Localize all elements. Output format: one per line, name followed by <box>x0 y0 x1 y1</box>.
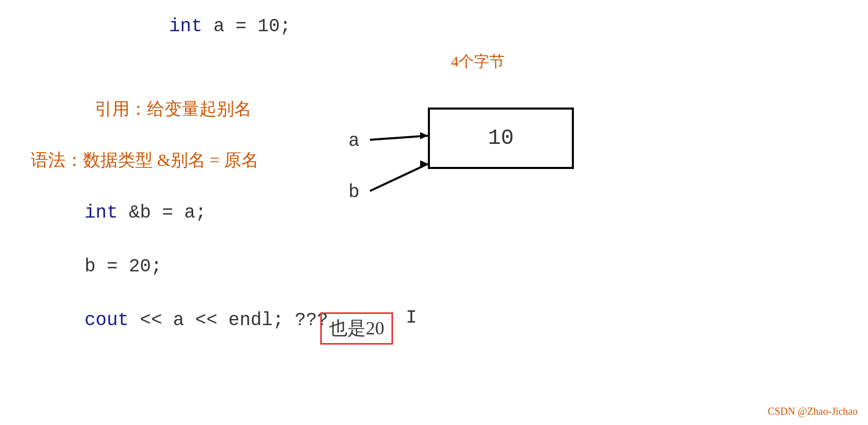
label-bytes: 4个字节 <box>451 51 505 72</box>
watermark: CSDN @Zhao-Jichao <box>768 406 858 417</box>
svg-line-2 <box>370 164 428 191</box>
memory-box: 10 <box>428 108 574 169</box>
memory-value: 10 <box>488 126 513 151</box>
code-line-1: int a = 10; <box>169 16 291 37</box>
svg-line-0 <box>370 136 428 140</box>
keyword-int-1: int <box>169 16 202 37</box>
label-var-b: b <box>348 182 360 203</box>
svg-marker-3 <box>420 160 428 167</box>
code-rest-2: &b = a; <box>118 202 206 223</box>
label-var-a: a <box>348 131 360 152</box>
syntax-label: 语法：数据类型 &别名 = 原名 <box>31 148 259 172</box>
code-line-3: b = 20; <box>85 256 162 277</box>
page-container: int a = 10; 4个字节 引用：给变量起别名 语法：数据类型 &别名 =… <box>0 0 868 425</box>
text-cursor: I <box>406 307 417 328</box>
code-line-2: int &b = a; <box>85 202 206 223</box>
keyword-int-2: int <box>85 202 118 223</box>
code-rest-4: << a << endl; ??? <box>129 310 328 331</box>
code-line-4: cout << a << endl; ??? <box>85 310 328 331</box>
keyword-cout: cout <box>85 310 129 331</box>
svg-marker-1 <box>420 132 428 139</box>
alias-title: 引用：给变量起别名 <box>95 97 252 121</box>
code-rest-1: a = 10; <box>202 16 291 37</box>
answer-box: 也是20 <box>320 312 393 345</box>
